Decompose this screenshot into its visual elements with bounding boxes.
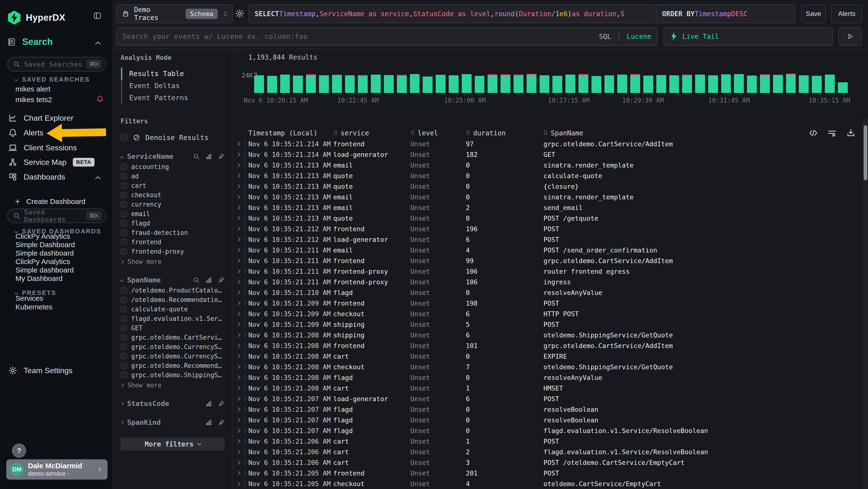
expand-row-button[interactable]: [233, 247, 248, 254]
events-histogram[interactable]: 24K: [254, 74, 848, 93]
expand-row-button[interactable]: [233, 214, 248, 222]
checkbox[interactable]: [121, 325, 127, 331]
filter-option[interactable]: GET: [121, 325, 225, 331]
histogram-bar[interactable]: [604, 75, 614, 93]
expand-row-button[interactable]: [233, 353, 248, 360]
saved-dashboard-item[interactable]: ClickPy Analytics: [16, 258, 70, 266]
filter-option[interactable]: checkout: [121, 192, 225, 198]
mini-chart-icon[interactable]: [206, 277, 212, 283]
filter-option[interactable]: currency: [121, 201, 225, 207]
histogram-bar[interactable]: [293, 76, 303, 93]
histogram-bar[interactable]: [838, 82, 848, 93]
histogram-bar[interactable]: [267, 76, 277, 93]
user-menu[interactable]: DM Dale McDiarmid demo-service -: [6, 459, 107, 480]
checkbox[interactable]: [121, 192, 127, 198]
table-row[interactable]: Nov 6 10:35:21.207 AMflagdUnset0resolveB…: [233, 404, 868, 415]
expand-row-button[interactable]: [233, 289, 248, 296]
table-row[interactable]: Nov 6 10:35:21.209 AMshippingUnset5POST: [233, 319, 868, 330]
histogram-bar[interactable]: [410, 74, 420, 93]
column-header-service[interactable]: ⠿service: [333, 129, 410, 137]
histogram-bar[interactable]: [747, 76, 757, 93]
expand-row-button[interactable]: [233, 162, 248, 169]
checkbox[interactable]: [121, 306, 127, 312]
table-row[interactable]: Nov 6 10:35:21.211 AMemailUnset4POST /se…: [233, 245, 868, 255]
table-row[interactable]: Nov 6 10:35:21.208 AMfrontendUnset101grp…: [233, 340, 868, 351]
table-row[interactable]: Nov 6 10:35:21.205 AMcheckoutUnset4oteld…: [233, 479, 868, 489]
checkbox[interactable]: [121, 134, 128, 141]
filter-option[interactable]: grpc.oteldemo.CartServi…: [121, 334, 225, 341]
filter-option[interactable]: grpc.oteldemo.Recommend…: [121, 363, 225, 369]
analysis-mode-event-deltas[interactable]: Event Deltas: [121, 80, 225, 92]
table-row[interactable]: Nov 6 10:35:21.214 AMfrontendUnset97grpc…: [233, 139, 868, 149]
table-row[interactable]: Nov 6 10:35:21.207 AMflagdUnset0flagd.ev…: [233, 425, 868, 436]
download-button[interactable]: [846, 128, 856, 138]
table-row[interactable]: Nov 6 10:35:21.206 AMcartUnset1POST: [233, 436, 868, 447]
filter-option[interactable]: flagd: [121, 220, 225, 226]
histogram-bar[interactable]: [786, 75, 796, 93]
filter-option[interactable]: calculate-quote: [121, 306, 225, 312]
saved-searches-input[interactable]: Saved Searches ⌘K: [7, 57, 106, 71]
more-filters-button[interactable]: More filters: [121, 438, 225, 451]
expand-row-button[interactable]: [233, 469, 248, 477]
saved-dashboard-item[interactable]: My Dashboard: [16, 275, 62, 283]
histogram-bar[interactable]: [591, 76, 601, 93]
pin-icon[interactable]: [218, 277, 225, 283]
histogram-bar[interactable]: [514, 76, 523, 93]
sidebar-item-dashboards[interactable]: Dashboards: [8, 172, 65, 181]
checkbox[interactable]: [121, 315, 127, 322]
filter-option[interactable]: grpc.oteldemo.ShippingS…: [121, 372, 225, 378]
drag-handle-icon[interactable]: ⠿: [333, 130, 338, 137]
saved-dashboard-item[interactable]: ClickPy Analytics: [16, 232, 70, 240]
analysis-mode-event-patterns[interactable]: Event Patterns: [121, 92, 225, 104]
histogram-bar[interactable]: [462, 74, 472, 93]
histogram-bar[interactable]: [695, 75, 705, 93]
table-row[interactable]: Nov 6 10:35:21.212 AMload-generatorUnset…: [233, 234, 868, 245]
expand-row-button[interactable]: [233, 151, 248, 158]
preset-item[interactable]: Services: [16, 294, 43, 303]
histogram-bar[interactable]: [708, 75, 718, 93]
table-row[interactable]: Nov 6 10:35:21.211 AMfrontendUnset99grpc…: [233, 255, 868, 266]
mini-chart-icon[interactable]: [206, 419, 212, 426]
filter-option[interactable]: accounting: [121, 164, 225, 170]
filter-option[interactable]: cart: [121, 182, 225, 189]
run-query-button[interactable]: [838, 27, 862, 46]
column-header-level[interactable]: ⠿level: [410, 129, 466, 137]
table-row[interactable]: Nov 6 10:35:21.208 AMshippingUnset6oteld…: [233, 330, 868, 340]
event-search-input[interactable]: Search your events w/ Lucene ex. column:…: [116, 27, 657, 46]
table-row[interactable]: Nov 6 10:35:21.213 AMemailUnset0sinatra.…: [233, 192, 868, 202]
histogram-bar[interactable]: [552, 76, 562, 93]
expand-row-button[interactable]: [233, 172, 248, 179]
expand-row-button[interactable]: [233, 427, 248, 434]
table-row[interactable]: Nov 6 10:35:21.214 AMload-generatorUnset…: [233, 149, 868, 160]
search-icon[interactable]: [193, 277, 199, 283]
table-row[interactable]: Nov 6 10:35:21.206 AMcartUnset2flagd.eva…: [233, 447, 868, 457]
expand-row-button[interactable]: [233, 406, 248, 413]
expand-row-button[interactable]: [233, 236, 248, 243]
sidebar-item-team-settings[interactable]: Team Settings: [8, 366, 72, 375]
table-row[interactable]: Nov 6 10:35:21.207 AMflagdUnset0resolveB…: [233, 415, 868, 425]
checkbox[interactable]: [121, 201, 127, 207]
table-row[interactable]: Nov 6 10:35:21.211 AMfrontend-proxyUnset…: [233, 277, 868, 287]
table-row[interactable]: Nov 6 10:35:21.209 AMfrontendUnset198POS…: [233, 298, 868, 309]
filter-option[interactable]: frontend-proxy: [121, 248, 225, 255]
sidebar-collapse-icon[interactable]: [93, 11, 102, 20]
expand-row-button[interactable]: [233, 204, 248, 211]
table-row[interactable]: Nov 6 10:35:21.205 AMfrontendUnset201POS…: [233, 468, 868, 479]
mini-chart-icon[interactable]: [206, 153, 212, 160]
checkbox[interactable]: [121, 334, 127, 341]
histogram-bar[interactable]: [617, 75, 627, 93]
filter-option[interactable]: /oteldemo.Recommendatio…: [121, 297, 225, 303]
pin-icon[interactable]: [218, 400, 225, 407]
drag-handle-icon[interactable]: ⠿: [544, 130, 548, 137]
sidebar-item-service-map[interactable]: Service Map BETA: [8, 157, 94, 167]
histogram-bar[interactable]: [332, 75, 342, 93]
mode-lucene-toggle[interactable]: Lucene: [627, 33, 651, 40]
checkbox[interactable]: [121, 363, 127, 369]
checkbox[interactable]: [121, 248, 127, 255]
histogram-bar[interactable]: [734, 74, 744, 93]
checkbox[interactable]: [121, 211, 127, 217]
filter-group-header[interactable]: SpanName: [121, 276, 225, 284]
histogram-bar[interactable]: [500, 75, 510, 93]
source-settings-button[interactable]: [235, 9, 245, 18]
table-row[interactable]: Nov 6 10:35:21.207 AMload-generatorUnset…: [233, 394, 868, 404]
